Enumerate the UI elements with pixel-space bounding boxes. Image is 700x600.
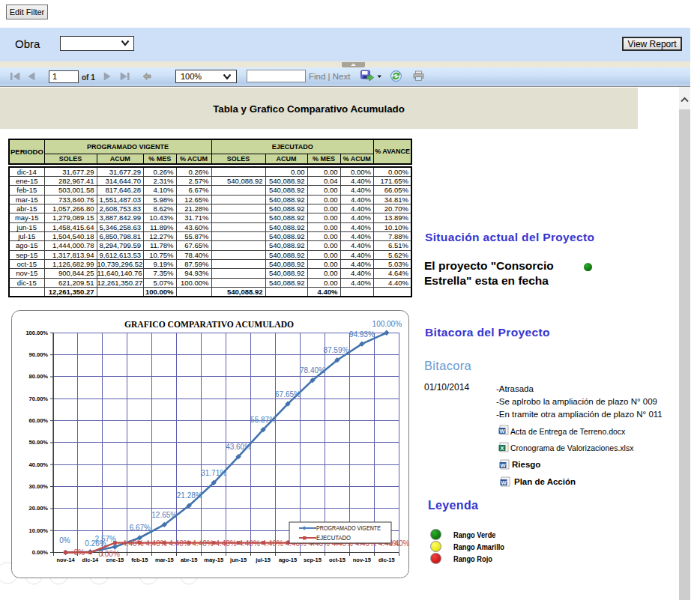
- svg-text:67.65%: 67.65%: [275, 390, 301, 399]
- svg-text:jul-15: jul-15: [255, 557, 271, 563]
- svg-text:mar-15: mar-15: [155, 557, 174, 563]
- svg-text:may-15: may-15: [204, 557, 223, 563]
- svg-text:4.40%: 4.40%: [145, 539, 166, 548]
- svg-text:78.40%: 78.40%: [300, 366, 325, 375]
- svg-text:50.00%: 50.00%: [29, 439, 49, 446]
- svg-text:30.00%: 30.00%: [29, 483, 49, 490]
- svg-text:40.00%: 40.00%: [29, 461, 49, 468]
- svg-text:jun-15: jun-15: [229, 557, 247, 563]
- svg-text:W: W: [500, 462, 506, 469]
- svg-text:6.67%: 6.67%: [130, 524, 151, 532]
- svg-text:X: X: [500, 445, 504, 452]
- svg-text:80.00%: 80.00%: [29, 373, 49, 380]
- svg-text:feb-15: feb-15: [131, 557, 148, 563]
- svg-text:100.00%: 100.00%: [372, 320, 402, 328]
- svg-text:55.87%: 55.87%: [250, 416, 276, 424]
- svg-text:70.00%: 70.00%: [29, 396, 49, 402]
- svg-text:4.40%: 4.40%: [215, 539, 236, 548]
- svg-text:W: W: [499, 428, 505, 434]
- svg-text:60.00%: 60.00%: [29, 417, 49, 424]
- svg-text:oct-15: oct-15: [329, 557, 346, 563]
- svg-text:nov-15: nov-15: [353, 557, 371, 563]
- svg-text:EJECUTADO: EJECUTADO: [316, 534, 351, 542]
- svg-text:0%: 0%: [73, 548, 85, 557]
- svg-text:90.00%: 90.00%: [29, 351, 49, 358]
- svg-text:0.00%: 0.00%: [32, 549, 49, 556]
- svg-text:4.40%: 4.40%: [122, 539, 143, 548]
- svg-text:0.00%: 0.00%: [98, 550, 119, 558]
- svg-text:0%: 0%: [59, 536, 70, 545]
- svg-text:2.57%: 2.57%: [95, 535, 116, 543]
- svg-text:W: W: [501, 479, 507, 486]
- svg-text:4.40%: 4.40%: [192, 539, 213, 548]
- svg-text:94.93%: 94.93%: [349, 330, 375, 339]
- svg-text:100.00%: 100.00%: [25, 330, 48, 336]
- svg-text:sep-15: sep-15: [304, 557, 322, 563]
- svg-text:43.60%: 43.60%: [226, 443, 251, 451]
- svg-text:dic-15: dic-15: [378, 557, 395, 563]
- svg-text:GRAFICO COMPARATIVO ACUMULADO: GRAFICO COMPARATIVO ACUMULADO: [124, 320, 294, 330]
- svg-text:4.40%: 4.40%: [262, 539, 283, 548]
- svg-text:ago-15: ago-15: [279, 557, 297, 563]
- svg-text:12.65%: 12.65%: [151, 511, 177, 519]
- svg-text:abr-15: abr-15: [181, 557, 198, 563]
- svg-text:4.40%: 4.40%: [169, 539, 190, 548]
- svg-text:4.40%: 4.40%: [238, 539, 259, 548]
- svg-text:10.00%: 10.00%: [29, 527, 49, 534]
- svg-text:PROGRAMADO VIGENTE: PROGRAMADO VIGENTE: [316, 524, 381, 532]
- svg-text:dic-14: dic-14: [82, 557, 100, 563]
- svg-text:21.28%: 21.28%: [177, 491, 202, 500]
- svg-text:20.00%: 20.00%: [29, 505, 49, 512]
- svg-text:nov-14: nov-14: [56, 557, 75, 563]
- svg-text:87.59%: 87.59%: [323, 346, 349, 354]
- svg-text:31.71%: 31.71%: [201, 469, 226, 477]
